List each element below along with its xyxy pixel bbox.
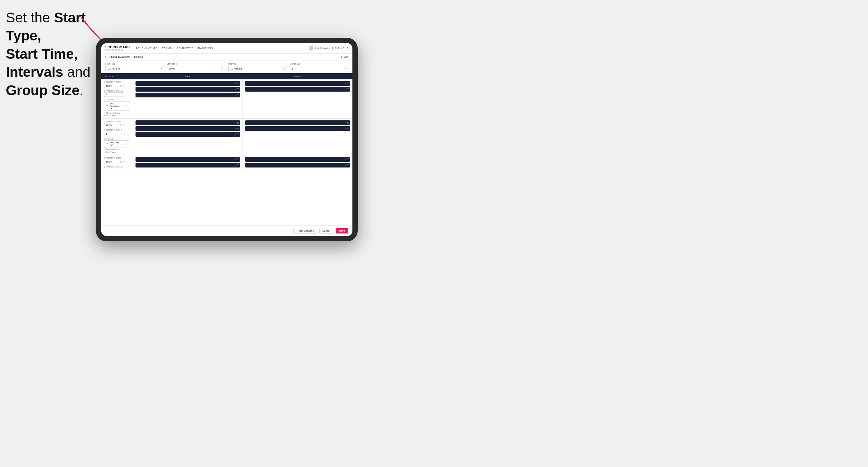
intervals-select[interactable]: 10 Minutes ▾ [228, 66, 287, 71]
course-tag-2: 📍 East Lake GC × ✎ [104, 141, 130, 148]
nav-tab-committee[interactable]: COMMITTEE [177, 46, 194, 50]
instruction-line4-suffix: . [80, 83, 83, 98]
player-slot-6-2: × ☰ [245, 163, 350, 167]
add-group-1[interactable]: + Add Group [104, 115, 130, 117]
player-remove-1-3[interactable]: × ☰ [235, 94, 239, 97]
instruction-line4-bold: Group Size [6, 83, 80, 98]
remove-group-1[interactable]: ○ Remove Group [104, 112, 130, 114]
nav-tab-tournaments[interactable]: TOURNAMENTS [135, 46, 157, 50]
team1-cell-1: × ☰ × ☰ × ☰ [133, 80, 243, 118]
intervals-label: Intervals [228, 63, 287, 65]
chevron-down-icon: ▾ [161, 67, 162, 70]
intervals-control: Intervals 10 Minutes ▾ [228, 63, 287, 71]
time-icon-3: 🕙 [120, 161, 123, 163]
player-remove-5-2[interactable]: × ☰ [235, 164, 239, 167]
controls-row: Start Type 1st Tee Start ▾ Start Time 10… [101, 61, 352, 73]
course-icon-2: 📍 [106, 143, 108, 145]
player-slot-6-1: × ☰ [245, 157, 350, 162]
group-size-label: Group Size [290, 63, 349, 65]
starting-hole-select-1[interactable]: 1 ▾ [104, 92, 124, 97]
chevron-down-icon-3: ▾ [345, 67, 346, 70]
player-remove-3-1[interactable]: × ☰ [235, 122, 239, 124]
sign-out-link[interactable]: Sign out [334, 46, 348, 50]
group-size-select[interactable]: 3 ▾ [290, 66, 349, 71]
teams-side-1: × ☰ × ☰ × ☰ × ☰ [133, 80, 352, 118]
back-button[interactable]: Back [341, 56, 348, 58]
starting-hole-label-2: STARTING HOLE: [104, 129, 130, 131]
player-remove-3-3[interactable]: × ☰ [235, 133, 239, 136]
nav-user-area: blair@clippd.io | Sign out [309, 46, 348, 51]
starting-time-input-3[interactable]: 10:20 🕙 [104, 160, 124, 164]
course-icon-1: 📍 [106, 105, 108, 107]
course-tag-1: 📍 (A) Peachtree GC × ✎ [104, 101, 130, 111]
avatar [309, 46, 313, 51]
breadcrumb-bar: C Clippd Invitational / Hosting Back [101, 54, 352, 61]
group-row-1-inner: STARTING TIME: 10:00 🕙 STARTING HOLE: 1 … [101, 80, 352, 118]
player-remove-2-2[interactable]: × ☰ [345, 88, 349, 91]
course-edit-2[interactable]: ✎ [126, 143, 128, 146]
teams-side-2: × ☰ × ☰ × ☰ × ☰ [133, 119, 352, 155]
group-row-2-inner: STARTING TIME: 10:10 🕙 STARTING HOLE: 1 … [101, 119, 352, 155]
course-label-1: COURSE: [104, 99, 130, 101]
chevron-hole-1: ▾ [122, 94, 123, 96]
player-slot-2-2: × ☰ [245, 87, 350, 92]
player-slot-1-3: × ☰ [135, 93, 240, 97]
player-remove-6-1[interactable]: × ☰ [345, 158, 349, 161]
separator: | [332, 47, 333, 50]
course-edit-1[interactable]: ✎ [126, 105, 128, 107]
player-slot-5-2: × ☰ [135, 163, 240, 167]
cancel-button[interactable]: Cancel [319, 228, 333, 234]
player-remove-4-2[interactable]: × ☰ [345, 127, 349, 130]
nav-tab-teams[interactable]: TEAMS [162, 46, 172, 50]
player-slot-1-1: × ☰ [135, 81, 240, 86]
save-button[interactable]: Save [336, 228, 348, 234]
breadcrumb-section: Hosting [134, 56, 143, 58]
player-remove-5-1[interactable]: × ☰ [235, 158, 239, 161]
player-remove-3-2[interactable]: × ☰ [235, 127, 239, 130]
player-remove-2-1[interactable]: × ☰ [345, 82, 349, 85]
breadcrumb-tournament[interactable]: Clippd Invitational [109, 56, 130, 58]
add-group-2[interactable]: + Add Group [104, 151, 130, 153]
group-row-3-inner: STARTING TIME: 10:20 🕙 STARTING HOLE: × … [101, 155, 352, 170]
time-icon-2: 🕙 [120, 124, 123, 126]
course-label-2: COURSE: [104, 138, 130, 140]
start-time-select[interactable]: 10:00 🕙 [167, 66, 226, 71]
player-slot-3-1: × ☰ [135, 120, 240, 125]
player-remove-4-1[interactable]: × ☰ [345, 122, 349, 124]
player-slot-4-1: × ☰ [245, 120, 350, 125]
starting-time-label-3: STARTING TIME: [104, 157, 130, 159]
app-logo: SCOREBOARD Powered by clipp [105, 45, 130, 51]
start-type-select[interactable]: 1st Tee Start ▾ [105, 66, 164, 71]
remove-icon-2: ○ [104, 149, 105, 151]
starting-time-input-1[interactable]: 10:00 🕙 [104, 84, 124, 88]
breadcrumb-separator: / [132, 56, 133, 58]
starting-hole-select-2[interactable]: 1 ▾ [104, 132, 124, 136]
course-remove-2[interactable]: × [124, 143, 125, 146]
player-remove-1-1[interactable]: × ☰ [235, 82, 239, 85]
course-remove-1[interactable]: × [124, 105, 125, 107]
remove-icon-1: ○ [104, 112, 105, 114]
teams-side-3: × ☰ × ☰ × ☰ × ☰ [133, 155, 352, 170]
player-slot-3-3: × ☰ [135, 132, 240, 137]
tablet-device: SCOREBOARD Powered by clipp TOURNAMENTS … [96, 38, 358, 241]
player-slot-3-2: × ☰ [135, 126, 240, 131]
reset-changes-button[interactable]: Reset Changes [293, 228, 317, 234]
nav-tab-rankings[interactable]: RANKINGS [198, 46, 213, 50]
nav-tabs: TOURNAMENTS TEAMS COMMITTEE RANKINGS [135, 46, 309, 50]
instruction-line3-bold: Intervals [6, 64, 63, 80]
player-slot-5-1: × ☰ [135, 157, 240, 162]
tee-side-3: STARTING TIME: 10:20 🕙 STARTING HOLE: [101, 155, 133, 170]
clock-icon: 🕙 [221, 67, 223, 70]
tee-side-2: STARTING TIME: 10:10 🕙 STARTING HOLE: 1 … [101, 119, 133, 155]
brand-icon: C [105, 55, 107, 59]
user-email: blair@clippd.io [315, 47, 331, 50]
player-remove-1-2[interactable]: × ☰ [235, 88, 239, 91]
schedule-table: Tee Time Team 1 Team 2 STARTING TIME: 10… [101, 73, 352, 225]
player-remove-6-2[interactable]: × ☰ [345, 164, 349, 167]
starting-time-input-2[interactable]: 10:10 🕙 [104, 123, 124, 127]
chevron-down-icon-2: ▾ [284, 67, 285, 70]
remove-group-2[interactable]: ○ Remove Group [104, 149, 130, 151]
col-team1: Team 1 [133, 73, 243, 80]
tee-side-1: STARTING TIME: 10:00 🕙 STARTING HOLE: 1 … [101, 80, 133, 118]
starting-time-label-2: STARTING TIME: [104, 120, 130, 122]
